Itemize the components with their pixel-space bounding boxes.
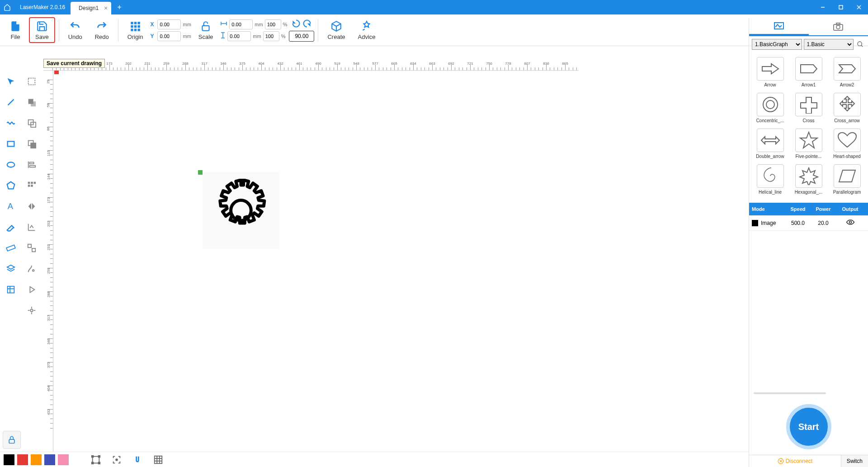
lock-canvas-button[interactable]	[3, 431, 21, 449]
switch-button[interactable]: Switch	[841, 455, 868, 467]
close-tab-icon[interactable]: ×	[104, 5, 108, 12]
rotate-cw-icon[interactable]	[302, 19, 311, 30]
width-input[interactable]	[229, 19, 253, 29]
focus-tool[interactable]	[109, 453, 124, 467]
shape-item-arrow[interactable]: Arrow	[752, 55, 788, 89]
search-shapes-button[interactable]	[855, 39, 865, 49]
shape-item-arrow1[interactable]: Arrow1	[790, 55, 827, 89]
shape-item-hexagonal[interactable]: Hexagonal_...	[790, 162, 827, 196]
ellipse-tool[interactable]	[2, 156, 20, 174]
align-tool[interactable]	[23, 156, 41, 174]
svg-rect-32	[29, 166, 35, 167]
category-select-1[interactable]: 1.BasicGraph	[752, 39, 802, 50]
snap-tool[interactable]	[130, 453, 145, 467]
intersect-tool[interactable]	[23, 135, 41, 153]
home-button[interactable]	[0, 0, 14, 14]
group-tool[interactable]	[23, 239, 41, 257]
laser-tool[interactable]	[23, 301, 41, 319]
layer-power: 20.0	[811, 220, 835, 226]
redo-button[interactable]: Redo	[90, 18, 114, 42]
shape-item-doublearrow[interactable]: Double_arrow	[752, 127, 788, 161]
height-input[interactable]	[227, 31, 251, 41]
file-button[interactable]: File	[4, 18, 27, 42]
shape-item-helicalline[interactable]: Helical_line	[752, 162, 788, 196]
measure-tool[interactable]	[2, 239, 20, 257]
color-swatch-1[interactable]	[17, 454, 28, 465]
shape-icon	[795, 93, 822, 116]
rotate-input[interactable]	[289, 31, 314, 42]
marquee-tool[interactable]	[23, 72, 41, 91]
shape-item-fivepointe[interactable]: Five-pointe...	[790, 127, 827, 161]
shape-item-cross[interactable]: Cross	[790, 91, 827, 125]
layer-output-toggle[interactable]	[835, 219, 865, 227]
wh-coords: mm% mm%	[220, 19, 287, 41]
shape-item-parallelogram[interactable]: Parallelogram	[829, 162, 865, 196]
rotate-ccw-icon[interactable]	[292, 19, 301, 30]
frame-tool[interactable]	[89, 453, 103, 467]
new-tab-button[interactable]: +	[114, 2, 125, 13]
connection-status[interactable]: Disconnect	[749, 455, 841, 467]
shape-item-crossarrow[interactable]: Cross_arrow	[829, 91, 865, 125]
rectangle-tool[interactable]	[2, 135, 20, 153]
svg-text:A: A	[8, 201, 14, 211]
simulate-tool[interactable]	[23, 281, 41, 299]
svg-marker-33	[7, 182, 15, 189]
advice-button[interactable]: Advice	[352, 18, 381, 42]
color-swatch-0[interactable]	[4, 454, 14, 465]
subtract-tool[interactable]	[23, 114, 41, 132]
redo-label: Redo	[95, 33, 109, 40]
shape-item-arrow2[interactable]: Arrow2	[829, 55, 865, 89]
start-button[interactable]: Start	[786, 404, 831, 449]
tab-shapes[interactable]	[749, 18, 809, 35]
close-window-button[interactable]	[850, 0, 868, 14]
scale-y-input[interactable]	[263, 31, 279, 41]
array-tool[interactable]	[23, 218, 41, 236]
mirror-tool[interactable]	[23, 197, 41, 215]
x-input[interactable]	[157, 19, 181, 29]
category-select-2[interactable]: 1.Basic	[804, 39, 854, 50]
selection-handle[interactable]	[198, 170, 203, 175]
eraser-tool[interactable]	[2, 218, 20, 236]
undo-button[interactable]: Undo	[63, 18, 88, 42]
scale-x-input[interactable]	[265, 19, 281, 29]
path-tool[interactable]	[23, 260, 41, 278]
svg-rect-44	[32, 248, 35, 252]
minimize-button[interactable]	[814, 0, 832, 14]
crop-tool[interactable]	[2, 281, 20, 299]
power-slider[interactable]	[754, 392, 826, 394]
origin-button[interactable]: Origin	[122, 18, 149, 42]
line-tool[interactable]	[2, 93, 20, 111]
tab-camera[interactable]	[809, 18, 868, 35]
origin-marker	[54, 71, 59, 74]
text-tool[interactable]: A	[2, 197, 20, 215]
layer-row[interactable]: Image 500.0 20.0	[749, 215, 868, 231]
color-swatch-2[interactable]	[31, 454, 42, 465]
canvas[interactable]	[53, 71, 579, 452]
save-button[interactable]: Save	[29, 17, 55, 43]
layers-tool[interactable]	[2, 260, 20, 278]
shape-item-heartshaped[interactable]: Heart-shaped	[829, 127, 865, 161]
color-swatch-3[interactable]	[44, 454, 55, 465]
union-tool[interactable]	[23, 93, 41, 111]
shape-item-concentric[interactable]: Concentric_...	[752, 91, 788, 125]
curve-tool[interactable]	[2, 114, 20, 132]
svg-rect-12	[138, 29, 140, 31]
svg-rect-35	[31, 182, 33, 184]
distribute-tool[interactable]	[23, 176, 41, 195]
grid-tool[interactable]	[151, 453, 165, 467]
tab-label: Design1	[79, 5, 99, 11]
maximize-button[interactable]	[832, 0, 850, 14]
color-swatch-4[interactable]	[58, 454, 69, 465]
placed-image-gear[interactable]	[203, 172, 279, 249]
scale-button[interactable]: Scale	[193, 18, 219, 42]
shape-icon	[795, 57, 822, 81]
document-tab[interactable]: Design1 ×	[71, 2, 111, 14]
svg-rect-5	[134, 22, 137, 24]
shape-icon	[834, 164, 861, 188]
create-button[interactable]: Create	[322, 18, 350, 42]
connection-label: Disconnect	[786, 458, 812, 464]
y-input[interactable]	[157, 31, 181, 41]
polygon-tool[interactable]	[2, 176, 20, 195]
select-tool[interactable]	[2, 72, 20, 91]
slider-area	[749, 388, 868, 399]
